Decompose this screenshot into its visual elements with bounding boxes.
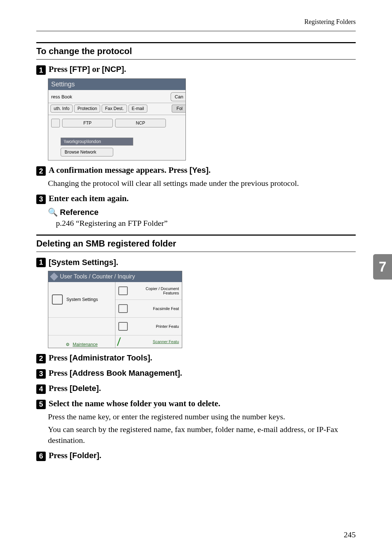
user-tools-title: User Tools / Counter / Inquiry [48, 271, 182, 282]
step-body: Press the name key, or enter the registe… [48, 411, 356, 422]
right-column: Copier / Document Features Facsimile Fea… [115, 282, 182, 348]
section-title: To change the protocol [36, 46, 356, 56]
user-tools-screenshot: User Tools / Counter / Inquiry System Se… [48, 271, 182, 348]
step-text: Press [Administrator Tools]. [49, 353, 152, 363]
step-text: Press [FTP] or [NCP]. [49, 65, 126, 74]
tab-auth-info[interactable]: uth. Info [50, 105, 73, 113]
scanner-features-button[interactable]: Scanner Featu [115, 335, 182, 348]
section-rule-bottom [36, 252, 356, 252]
settings-screenshot: Settings ress Book Can uth. Info Protect… [48, 78, 186, 160]
scanner-icon [117, 337, 127, 346]
step-number-icon: 1 [36, 258, 46, 267]
left-column: System Settings ⚙ Maintenance [48, 282, 115, 348]
step-text: Select the name whose folder you want to… [49, 399, 220, 408]
step-number-icon: 2 [36, 354, 46, 363]
step-number-icon: 1 [36, 65, 46, 75]
step-number-icon: 3 [36, 369, 46, 379]
page-number: 245 [344, 530, 356, 539]
address-book-row: ress Book Can [48, 90, 185, 103]
cancel-button[interactable]: Can [171, 92, 185, 101]
step-1: 1 Press [FTP] or [NCP]. [36, 65, 356, 75]
tabs-row: uth. Info Protection Fax Dest. E-mail Fo… [48, 103, 185, 115]
step-number-icon: 2 [36, 166, 46, 176]
tab-email[interactable]: E-mail [128, 105, 147, 113]
step-body: Changing the protocol will clear all set… [48, 178, 356, 189]
step-text: Enter each item again. [49, 194, 129, 203]
copier-icon [118, 286, 128, 295]
blank-row [48, 318, 115, 335]
step-3b: 3 Press [Address Book Management]. [36, 368, 356, 379]
printer-features-button[interactable]: Printer Featu [115, 318, 182, 335]
system-settings-icon [52, 294, 63, 305]
protocol-row: FTP NCP [48, 115, 185, 130]
step-3: 3 Enter each item again. [36, 194, 356, 204]
step-number-icon: 4 [36, 384, 46, 394]
step-2b: 2 Press [Administrator Tools]. [36, 353, 356, 363]
printer-icon [118, 322, 128, 331]
step-1b: 1 [System Settings]. [36, 257, 356, 267]
reference-row: 🔍 Reference [48, 208, 356, 217]
section-rule-top [36, 235, 356, 236]
step-text: [System Settings]. [49, 258, 118, 267]
system-settings-button[interactable]: System Settings [48, 282, 115, 318]
step-5b: 5 Select the name whose folder you want … [36, 399, 356, 409]
diamond-icon [50, 272, 58, 281]
tab-folder[interactable]: Fol [172, 105, 185, 113]
step-text: Press [Folder]. [49, 451, 101, 460]
ftp-button[interactable]: FTP [62, 119, 113, 127]
maintenance-icon: ⚙ [66, 342, 70, 347]
settings-title: Settings [48, 79, 185, 90]
reference-text: p.246 “Registering an FTP Folder” [56, 219, 356, 228]
step-body: You can search by the registered name, f… [48, 424, 356, 445]
reference-icon: 🔍 [48, 208, 58, 217]
step-number-icon: 3 [36, 195, 46, 204]
section-rule-bottom [36, 59, 356, 60]
header-rule [36, 31, 356, 31]
fax-icon [118, 304, 128, 313]
step-text: Press [Address Book Management]. [49, 368, 182, 378]
tab-fax-dest[interactable]: Fax Dest. [102, 105, 127, 113]
smb-button[interactable] [51, 119, 60, 127]
step-text: A confirmation message appears. Press [Y… [49, 166, 211, 175]
running-header: Registering Folders [36, 18, 356, 28]
ncp-button[interactable]: NCP [115, 119, 166, 127]
section-rule-top [36, 42, 356, 43]
path-field[interactable]: \\workgroup\london [61, 138, 133, 146]
step-4b: 4 Press [Delete]. [36, 384, 356, 394]
section-title: Deleting an SMB registered folder [36, 239, 356, 249]
step-number-icon: 5 [36, 400, 46, 409]
step-text: Press [Delete]. [49, 384, 101, 393]
user-tools-body: System Settings ⚙ Maintenance Copier / D… [48, 282, 182, 348]
reference-label: Reference [60, 208, 98, 217]
header-section: Registering Folders [305, 18, 356, 26]
chapter-tab: 7 [373, 254, 392, 280]
facsimile-features-button[interactable]: Facsimile Feat [115, 300, 182, 318]
step-2: 2 A confirmation message appears. Press … [36, 166, 356, 176]
copier-features-button[interactable]: Copier / Document Features [115, 282, 182, 300]
maintenance-button[interactable]: ⚙ Maintenance [48, 335, 115, 348]
browse-network-button[interactable]: Browse Network [61, 148, 113, 156]
step-6b: 6 Press [Folder]. [36, 451, 356, 461]
step-number-icon: 6 [36, 452, 46, 461]
tab-protection[interactable]: Protection [74, 105, 100, 113]
